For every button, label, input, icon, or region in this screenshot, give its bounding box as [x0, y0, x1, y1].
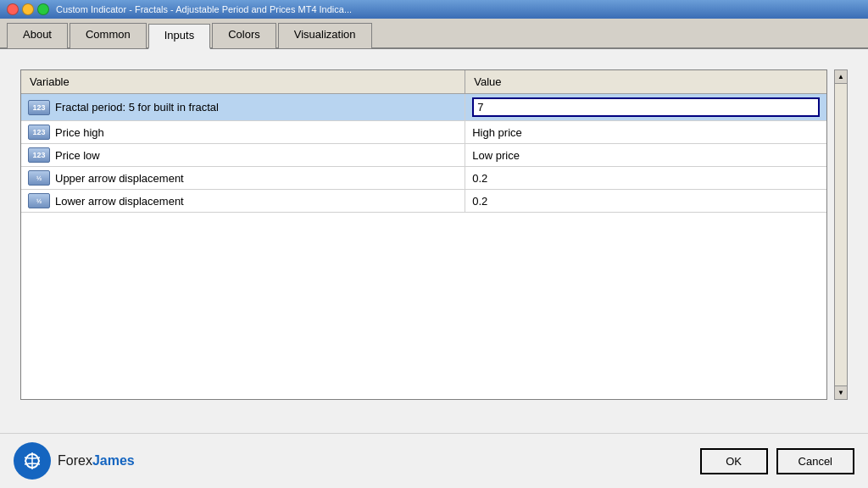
branding-area: ForexJames — [14, 442, 135, 480]
table-row: ½ Upper arrow displacement 0.2 — [21, 167, 826, 190]
variable-cell-content: ½ Lower arrow displacement — [28, 193, 458, 208]
tab-colors[interactable]: Colors — [212, 23, 276, 48]
type-icon-v2: ½ — [28, 170, 50, 186]
window-controls[interactable] — [7, 3, 49, 15]
variable-label: Lower arrow displacement — [55, 195, 184, 208]
variable-cell-content: 123 Price low — [28, 147, 458, 163]
type-icon-v2: ½ — [28, 193, 50, 208]
scroll-down-button[interactable]: ▼ — [835, 385, 847, 399]
window-title: Custom Indicator - Fractals - Adjustable… — [56, 4, 352, 14]
variable-cell: ½ Lower arrow displacement — [21, 190, 465, 213]
column-header-variable: Variable — [21, 70, 465, 94]
brand-forex: Forex — [58, 453, 92, 468]
close-button[interactable] — [7, 3, 19, 15]
variable-cell: ½ Upper arrow displacement — [21, 167, 465, 190]
value-label: High price — [472, 126, 522, 139]
dialog: About Common Inputs Colors Visualization… — [0, 19, 868, 488]
tab-content-inputs: Variable Value 123 Fractal period: 5 for… — [0, 49, 868, 433]
tab-common[interactable]: Common — [70, 23, 147, 48]
value-input-fractal-period[interactable] — [472, 97, 820, 117]
value-label: 0.2 — [472, 172, 487, 185]
inputs-table-container: Variable Value 123 Fractal period: 5 for… — [20, 69, 827, 400]
tab-visualization[interactable]: Visualization — [278, 23, 372, 48]
brand-james: James — [92, 453, 135, 468]
table-header-row: Variable Value — [21, 70, 826, 94]
variable-label: Price high — [55, 126, 104, 139]
value-label: 0.2 — [472, 195, 487, 208]
tab-about[interactable]: About — [7, 23, 68, 48]
ok-button[interactable]: OK — [700, 448, 768, 474]
variable-cell: 123 Fractal period: 5 for built in fract… — [21, 94, 465, 121]
table-row: 123 Price high High price — [21, 121, 826, 144]
maximize-button[interactable] — [37, 3, 49, 15]
footer-buttons: OK Cancel — [700, 448, 854, 474]
table-row: 123 Fractal period: 5 for built in fract… — [21, 94, 826, 121]
value-cell: Low price — [465, 144, 826, 167]
tab-inputs[interactable]: Inputs — [148, 24, 210, 49]
variable-label: Price low — [55, 149, 100, 162]
variable-cell: 123 Price low — [21, 144, 465, 167]
type-icon-123: 123 — [28, 100, 50, 115]
value-cell: 0.2 — [465, 167, 826, 190]
dialog-footer: ForexJames OK Cancel — [0, 433, 868, 488]
brand-logo — [14, 442, 51, 480]
tab-bar: About Common Inputs Colors Visualization — [0, 19, 868, 49]
minimize-button[interactable] — [22, 3, 34, 15]
variable-cell-content: ½ Upper arrow displacement — [28, 170, 458, 186]
type-icon-123: 123 — [28, 125, 50, 140]
inputs-table: Variable Value 123 Fractal period: 5 for… — [21, 70, 826, 213]
vertical-scrollbar[interactable]: ▲ ▼ — [834, 69, 848, 400]
variable-cell-content: 123 Price high — [28, 125, 458, 140]
scroll-up-button[interactable]: ▲ — [835, 70, 847, 84]
value-cell: High price — [465, 121, 826, 144]
title-bar: Custom Indicator - Fractals - Adjustable… — [0, 0, 868, 19]
value-cell: 0.2 — [465, 190, 826, 213]
value-cell-editable[interactable] — [465, 94, 826, 121]
table-row: ½ Lower arrow displacement 0.2 — [21, 190, 826, 213]
table-row: 123 Price low Low price — [21, 144, 826, 167]
column-header-value: Value — [465, 70, 826, 94]
brand-name: ForexJames — [58, 453, 135, 469]
brand-logo-icon — [20, 449, 44, 473]
variable-label: Fractal period: 5 for built in fractal — [55, 101, 219, 114]
value-label: Low price — [472, 149, 520, 162]
type-icon-123: 123 — [28, 147, 50, 163]
table-wrapper: Variable Value 123 Fractal period: 5 for… — [10, 59, 858, 410]
variable-cell: 123 Price high — [21, 121, 465, 144]
variable-cell-content: 123 Fractal period: 5 for built in fract… — [28, 100, 458, 115]
cancel-button[interactable]: Cancel — [776, 448, 854, 474]
variable-label: Upper arrow displacement — [55, 172, 184, 185]
